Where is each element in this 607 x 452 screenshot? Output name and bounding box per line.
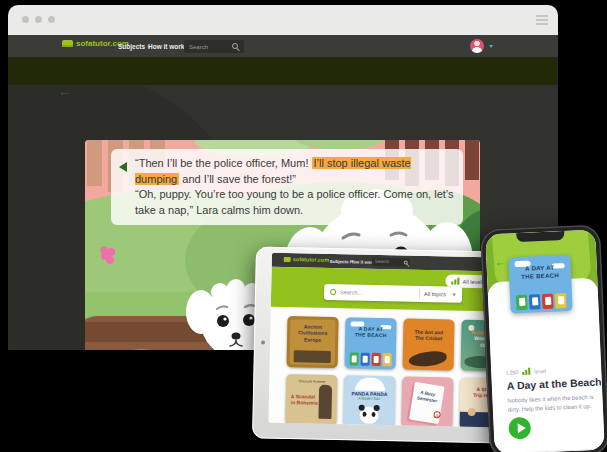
site-navbar: sofatutor.com Subjects How it works (8, 35, 558, 57)
play-triangle-icon[interactable] (119, 162, 127, 172)
topics-dropdown[interactable]: All topics (424, 291, 446, 297)
window-control-dots[interactable] (22, 16, 55, 23)
caret-down-icon[interactable] (489, 45, 493, 48)
magnifier-icon (330, 289, 336, 295)
sofatutor-logo[interactable]: sofatutor.com (284, 256, 329, 263)
play-button[interactable] (508, 417, 531, 440)
magnifier-icon[interactable] (232, 43, 238, 49)
nav-subjects[interactable]: Subjects (118, 43, 151, 50)
level-row: L290 level (506, 367, 546, 376)
sofa-couch-icon (62, 40, 73, 47)
phone-screen: ← L290 level A Day at the Beach Nobody l… (485, 230, 604, 452)
sofa-couch-icon (284, 256, 291, 261)
bar-chart-icon (452, 277, 460, 284)
divider (419, 289, 420, 299)
library-banner: All levels Search... All topics (271, 267, 499, 312)
window-dot[interactable] (22, 16, 29, 23)
tablet-camera (261, 341, 265, 345)
bar-chart-icon (522, 368, 530, 375)
level-label: level (534, 367, 546, 373)
cover-art (294, 350, 331, 363)
book-tile-a-day-at-the-beach[interactable]: A DAY ATTHE BEACH (345, 317, 397, 369)
book-title: A Day at the Beach (507, 376, 602, 392)
book-tile-ancient-civilisations[interactable]: AncientCivilisationsEurope (287, 316, 339, 368)
recycling-bins-art (345, 352, 396, 366)
back-arrow-icon[interactable]: ← (494, 256, 506, 268)
umbrella-art (355, 377, 385, 391)
book-tile-a-busy-semester[interactable]: A BusySemester A (401, 376, 453, 427)
tablet-screen: sofatutor.com Subjects How it works Sear… (268, 253, 499, 428)
book-cover-beach[interactable]: A DAY ATTHE BEACH (508, 255, 572, 314)
story-text-card: “Then I’ll be the police officer, Mum! I… (111, 149, 463, 225)
book-tile-ant-and-cricket[interactable]: The Ant andThe Cricket (402, 318, 454, 370)
cover-art (408, 350, 447, 368)
recycling-bins-art (510, 293, 573, 311)
nav-how-it-works[interactable]: How it works (148, 43, 188, 50)
story-p2: “Oh, puppy. You’re too young to be a pol… (135, 188, 454, 216)
marketing-composite: sofatutor.com Subjects How it works ← (0, 0, 607, 452)
library-search-bar[interactable]: Search... All topics (324, 284, 462, 303)
graded-a-art: A (433, 411, 441, 419)
library-search-placeholder: Search... (340, 289, 362, 295)
window-dot[interactable] (48, 16, 55, 23)
caret-down-icon (452, 293, 456, 296)
search-input[interactable]: Search (372, 258, 410, 267)
browser-titlebar (8, 5, 558, 35)
story-p1-pre: “Then I’ll be the police officer, Mum! (135, 157, 312, 169)
level-code: L290 (506, 369, 519, 376)
story-p1-post: and I’ll save the forest!” (179, 173, 296, 185)
book-tile-panda-panda[interactable]: PANDA PANDA A RAINY DAY (343, 375, 395, 427)
divider (495, 448, 605, 452)
user-avatar[interactable] (470, 39, 484, 53)
phone-device: ← L290 level A Day at the Beach Nobody l… (480, 224, 607, 452)
hamburger-icon[interactable] (536, 15, 548, 27)
tablet-device: sofatutor.com Subjects How it works Sear… (252, 246, 508, 443)
book-description: Nobody likes it when the beach is dirty.… (507, 393, 600, 415)
magnifier-icon (404, 260, 408, 264)
book-tile-scandal-in-bohemia[interactable]: Sherlock Holmes A Scandalin Bohemia (285, 374, 337, 426)
reader-top-band (8, 57, 558, 85)
window-dot[interactable] (35, 16, 42, 23)
back-arrow-icon[interactable]: ← (58, 83, 72, 99)
story-text: “Then I’ll be the police officer, Mum! I… (135, 156, 455, 218)
panda-art (359, 407, 378, 424)
